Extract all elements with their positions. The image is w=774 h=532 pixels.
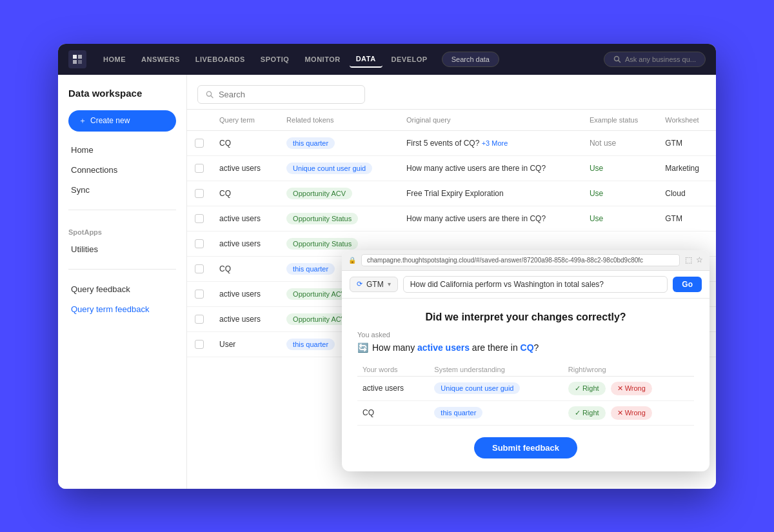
- cell-worksheet: GTM: [657, 130, 716, 155]
- search-data-button[interactable]: Search data: [442, 52, 499, 67]
- search-bar-row: [187, 75, 716, 110]
- col-query-term: Query term: [212, 110, 279, 131]
- row-checkbox[interactable]: [195, 139, 204, 148]
- create-btn-label: Create new: [90, 116, 130, 125]
- cell-token: Opportunity ACV: [279, 181, 399, 206]
- sidebar-divider2: [68, 269, 176, 270]
- popup-title: Did we interpret your changes correctly?: [357, 311, 694, 323]
- table-row: CQ this quarter First 5 events of CQ? +3…: [187, 130, 716, 155]
- cell-original-query: First 5 events of CQ? +3 More: [399, 130, 582, 155]
- cell-original-query: Free Trial Expiry Exploration: [399, 181, 582, 206]
- col-example-status: Example status: [582, 110, 657, 131]
- col-right-wrong: Right/wrong: [563, 363, 694, 377]
- browser-icons: ⬚ ☆: [685, 255, 703, 264]
- query-text: How many active users are there in CQ?: [372, 342, 539, 353]
- svg-rect-3: [78, 60, 82, 64]
- cell-status: Use: [582, 181, 657, 206]
- nav-liveboards[interactable]: LIVEBOARDS: [189, 52, 252, 67]
- gtm-select[interactable]: ⟳ GTM ▾: [350, 277, 398, 292]
- submit-feedback-button[interactable]: Submit feedback: [474, 437, 577, 458]
- sidebar-item-connections[interactable]: Connections: [68, 162, 176, 178]
- cell-query-term: active users: [212, 155, 279, 181]
- row-checkbox[interactable]: [195, 239, 204, 248]
- feedback-table: Your words System understanding Right/wr…: [357, 363, 694, 426]
- col-your-words: Your words: [357, 363, 429, 377]
- table-row: CQ Opportunity ACV Free Trial Expiry Exp…: [187, 181, 716, 206]
- svg-line-5: [618, 60, 620, 62]
- svg-rect-0: [73, 55, 77, 59]
- cell-token: this quarter: [279, 130, 399, 155]
- col-original-query: Original query: [399, 110, 582, 131]
- popup-query-input[interactable]: [403, 276, 668, 293]
- popup-browser-bar: 🔒 champagne.thoughtspotstaging.cloud/#/s…: [342, 250, 710, 271]
- search-input[interactable]: [219, 90, 357, 99]
- feedback-table-body: active users Unique count user guid ✓ Ri…: [357, 376, 694, 425]
- you-asked-label: You asked: [357, 331, 694, 339]
- feedback-understanding: Unique count user guid: [429, 376, 563, 400]
- feedback-understanding: this quarter: [429, 400, 563, 425]
- sidebar-item-query-feedback[interactable]: Query feedback: [68, 281, 176, 297]
- nav-home[interactable]: HOME: [97, 52, 132, 67]
- feedback-row: CQ this quarter ✓ Right ✕ Wrong: [357, 400, 694, 425]
- row-checkbox[interactable]: [195, 264, 204, 273]
- browser-url: champagne.thoughtspotstaging.cloud/#/sav…: [361, 254, 680, 266]
- row-checkbox[interactable]: [195, 315, 204, 324]
- gtm-icon: ⟳: [357, 280, 362, 288]
- create-new-button[interactable]: ＋ Create new: [68, 110, 176, 132]
- cell-query-term: active users: [212, 231, 279, 256]
- logo: [68, 50, 86, 68]
- browser-lock-icon: 🔒: [348, 257, 356, 264]
- chevron-down-icon: ▾: [388, 281, 391, 288]
- col-related-tokens: Related tokens: [279, 110, 399, 131]
- cell-worksheet: Cloud: [657, 181, 716, 206]
- star-icon[interactable]: ☆: [696, 255, 703, 264]
- spotapps-label: SpotApps: [68, 228, 176, 236]
- right-button[interactable]: ✓ Right: [568, 382, 606, 395]
- plus-icon: ＋: [79, 115, 86, 126]
- nav-monitor[interactable]: MONITOR: [298, 52, 346, 67]
- query-robot-icon: 🔄: [357, 342, 368, 353]
- floating-popup: 🔒 champagne.thoughtspotstaging.cloud/#/s…: [342, 250, 710, 471]
- right-button[interactable]: ✓ Right: [568, 406, 606, 420]
- nav-develop[interactable]: DEVELOP: [385, 52, 434, 67]
- nav-spotiq[interactable]: SPOTIQ: [254, 52, 296, 67]
- feedback-word: CQ: [357, 400, 429, 425]
- feedback-rw-cell: ✓ Right ✕ Wrong: [563, 400, 694, 425]
- popup-search-row: ⟳ GTM ▾ Go: [342, 271, 710, 299]
- svg-line-7: [211, 95, 213, 97]
- cell-status: Use: [582, 206, 657, 231]
- table-row: active users Opportunity Status How many…: [187, 206, 716, 231]
- sidebar-title: Data workspace: [68, 88, 176, 99]
- table-header-row: Query term Related tokens Original query…: [187, 110, 716, 131]
- cell-original-query: How many active users are there in CQ?: [399, 155, 582, 181]
- svg-rect-1: [78, 55, 82, 59]
- wrong-button[interactable]: ✕ Wrong: [611, 406, 652, 420]
- nav-answers[interactable]: ANSWERS: [135, 52, 186, 67]
- bookmark-icon[interactable]: ⬚: [685, 255, 692, 264]
- ask-business-bar[interactable]: Ask any business qu...: [604, 52, 706, 67]
- sidebar-item-home[interactable]: Home: [68, 142, 176, 158]
- cell-worksheet: Marketing: [657, 155, 716, 181]
- col-system-understanding: System understanding: [429, 363, 563, 377]
- search-icon: [613, 55, 621, 63]
- wrong-button[interactable]: ✕ Wrong: [611, 382, 652, 395]
- cell-query-term: CQ: [212, 256, 279, 281]
- row-checkbox[interactable]: [195, 340, 204, 349]
- cell-query-term: active users: [212, 306, 279, 331]
- cell-worksheet: GTM: [657, 206, 716, 231]
- row-checkbox[interactable]: [195, 164, 204, 173]
- sidebar-item-sync[interactable]: Sync: [68, 182, 176, 198]
- sidebar-item-utilities[interactable]: Utilities: [68, 241, 176, 257]
- row-checkbox[interactable]: [195, 290, 204, 299]
- cell-token: Unique count user guid: [279, 155, 399, 181]
- gtm-label: GTM: [366, 280, 384, 289]
- search-input-wrap: [197, 85, 365, 104]
- sidebar-item-query-term-feedback[interactable]: Query term feedback: [68, 301, 176, 317]
- row-checkbox[interactable]: [195, 214, 204, 223]
- more-link[interactable]: +3 More: [482, 139, 508, 147]
- nav-data[interactable]: DATA: [350, 51, 382, 68]
- row-checkbox[interactable]: [195, 189, 204, 198]
- sidebar-divider: [68, 210, 176, 210]
- cell-query-term: User: [212, 331, 279, 357]
- go-button[interactable]: Go: [673, 277, 702, 292]
